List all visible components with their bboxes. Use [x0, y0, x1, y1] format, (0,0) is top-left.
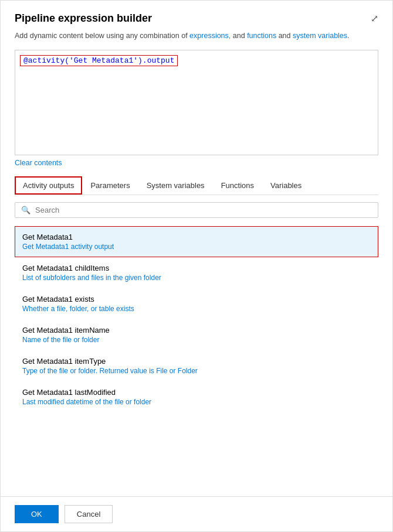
search-input[interactable]: [35, 206, 372, 214]
activity-description: Get Metadata1 activity output: [22, 243, 371, 251]
expression-editor-box: @activity('Get Metadata1').output: [15, 50, 378, 155]
clear-contents-link[interactable]: Clear contents: [15, 159, 62, 167]
tab-parameters[interactable]: Parameters: [82, 176, 138, 195]
activity-description: Name of the file or folder: [22, 336, 371, 344]
activity-description: Last modified datetime of the file or fo…: [22, 398, 371, 406]
list-item[interactable]: Get Metadata1 lastModifiedLast modified …: [15, 381, 378, 412]
list-item[interactable]: Get Metadata1 itemNameName of the file o…: [15, 319, 378, 350]
search-icon: 🔍: [21, 206, 31, 214]
functions-link[interactable]: functions: [247, 32, 276, 40]
expand-icon[interactable]: ⤢: [371, 13, 378, 24]
list-item[interactable]: Get Metadata1Get Metadata1 activity outp…: [15, 226, 378, 257]
activity-name: Get Metadata1 itemType: [22, 357, 371, 366]
footer: OK Cancel: [1, 496, 392, 531]
activity-description: List of subfolders and files in the give…: [22, 274, 371, 282]
activity-name: Get Metadata1 childItems: [22, 264, 371, 272]
cancel-button[interactable]: Cancel: [65, 505, 113, 523]
main-content: @activity('Get Metadata1').output Clear …: [15, 50, 378, 453]
activity-name: Get Metadata1 itemName: [22, 326, 371, 335]
ok-button[interactable]: OK: [15, 505, 59, 523]
expressions-link[interactable]: expressions,: [189, 32, 231, 40]
tab-system-variables[interactable]: System variables: [138, 176, 213, 195]
list-item[interactable]: Get Metadata1 itemTypeType of the file o…: [15, 350, 378, 381]
list-item[interactable]: Get Metadata1 existsWhether a file, fold…: [15, 288, 378, 319]
tab-functions[interactable]: Functions: [213, 176, 262, 195]
activity-description: Type of the file or folder. Returned val…: [22, 367, 371, 375]
dialog-container: Pipeline expression builder ⤢ Add dynami…: [1, 1, 392, 453]
dialog-title: Pipeline expression builder: [15, 12, 152, 25]
dialog-header: Pipeline expression builder ⤢: [15, 12, 378, 25]
tab-activity-outputs[interactable]: Activity outputs: [15, 176, 82, 195]
search-box: 🔍: [15, 202, 378, 218]
activity-name: Get Metadata1 lastModified: [22, 388, 371, 397]
tab-variables[interactable]: Variables: [262, 176, 310, 195]
activity-description: Whether a file, folder, or table exists: [22, 305, 371, 313]
expression-value[interactable]: @activity('Get Metadata1').output: [20, 55, 178, 66]
activity-list: Get Metadata1Get Metadata1 activity outp…: [15, 226, 378, 412]
activity-name: Get Metadata1: [22, 233, 371, 241]
subtitle-text: Add dynamic content below using any comb…: [15, 30, 378, 42]
list-item[interactable]: Get Metadata1 childItemsList of subfolde…: [15, 257, 378, 288]
tabs-bar: Activity outputs Parameters System varia…: [15, 176, 378, 195]
activity-name: Get Metadata1 exists: [22, 295, 371, 303]
system-variables-link[interactable]: system variables: [293, 32, 347, 40]
